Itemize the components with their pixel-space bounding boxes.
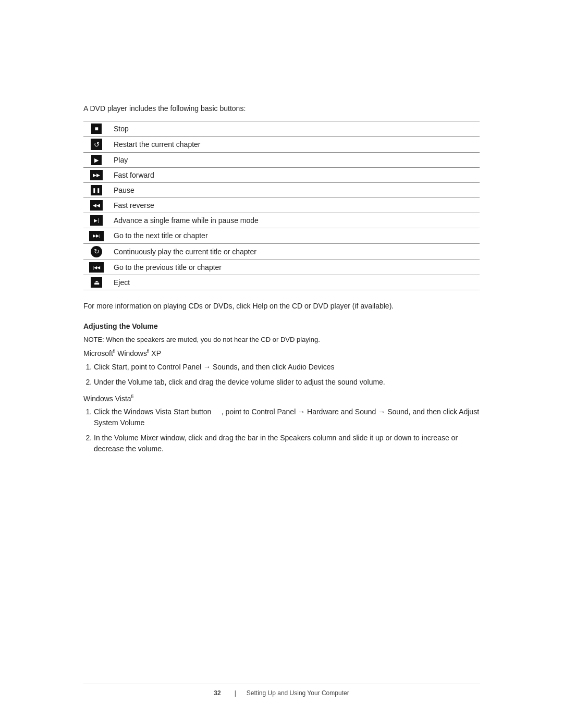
dvd-button-description: Pause: [109, 183, 480, 198]
dvd-button-icon: ▶: [83, 153, 109, 168]
table-row: ▶▶Fast forward: [83, 168, 480, 183]
table-row: ❚❚Pause: [83, 183, 480, 198]
dvd-button-description: Restart the current chapter: [109, 137, 480, 153]
table-row: ⏏Eject: [83, 275, 480, 290]
dvd-button-icon: ❚❚: [83, 183, 109, 198]
table-row: ↻Continuously play the current title or …: [83, 243, 480, 260]
dvd-button-description: Play: [109, 153, 480, 168]
intro-text: A DVD player includes the following basi…: [83, 104, 480, 113]
page-container: A DVD player includes the following basi…: [0, 0, 563, 728]
table-row: ■Stop: [83, 121, 480, 137]
page-number: 32: [214, 689, 221, 697]
dvd-button-icon: ▶▶: [83, 168, 109, 183]
dvd-button-icon: ↻: [83, 243, 109, 260]
dvd-button-description: Stop: [109, 121, 480, 137]
dvd-button-icon: ■: [83, 121, 109, 137]
dvd-button-icon: |◀◀: [83, 260, 109, 275]
note-block: NOTE: When the speakers are muted, you d…: [83, 336, 480, 343]
dvd-button-icon: ◀◀: [83, 198, 109, 213]
winvista-steps-list: Click the Windows Vista Start button , p…: [94, 406, 480, 454]
dvd-button-icon: ↺: [83, 137, 109, 153]
winxp-step-2: Under the Volume tab, click and drag the…: [94, 377, 480, 388]
winvista-step-1: Click the Windows Vista Start button , p…: [94, 406, 480, 428]
adjusting-volume-heading: Adjusting the Volume: [83, 322, 480, 330]
table-row: ▶|Advance a single frame while in pause …: [83, 213, 480, 228]
table-row: ↺Restart the current chapter: [83, 137, 480, 153]
winxp-title-text: Microsoftfi Windowsfi XP: [83, 349, 161, 357]
note-text: NOTE: When the speakers are muted, you d…: [83, 336, 320, 343]
dvd-button-icon: ▶▶|: [83, 228, 109, 244]
superscript-1: fi: [113, 349, 116, 354]
superscript-3: fi: [131, 394, 134, 399]
dvd-buttons-table: ■Stop↺Restart the current chapter▶Play▶▶…: [83, 121, 480, 290]
dvd-button-icon: ▶|: [83, 213, 109, 228]
table-row: ▶▶|Go to the next title or chapter: [83, 228, 480, 244]
dvd-button-description: Continuously play the current title or c…: [109, 243, 480, 260]
dvd-button-description: Eject: [109, 275, 480, 290]
winxp-title: Microsoftfi Windowsfi XP: [83, 349, 480, 357]
table-row: ▶Play: [83, 153, 480, 168]
superscript-2: fi: [147, 349, 150, 354]
dvd-button-description: Go to the next title or chapter: [109, 228, 480, 244]
dvd-button-icon: ⏏: [83, 275, 109, 290]
for-more-text: For more information on playing CDs or D…: [83, 301, 480, 312]
table-row: ◀◀Fast reverse: [83, 198, 480, 213]
winvista-step-2: In the Volume Mixer window, click and dr…: [94, 433, 480, 454]
dvd-button-description: Advance a single frame while in pause mo…: [109, 213, 480, 228]
page-footer: 32 | Setting Up and Using Your Computer: [83, 684, 480, 697]
winvista-title: Windows Vistafi: [83, 394, 480, 403]
winxp-steps-list: Click Start, point to Control Panel → So…: [94, 362, 480, 388]
dvd-button-description: Fast forward: [109, 168, 480, 183]
dvd-button-description: Fast reverse: [109, 198, 480, 213]
dvd-button-description: Go to the previous title or chapter: [109, 260, 480, 275]
footer-divider: |: [235, 689, 236, 697]
winxp-step-1: Click Start, point to Control Panel → So…: [94, 362, 480, 373]
footer-text: Setting Up and Using Your Computer: [247, 689, 349, 697]
table-row: |◀◀Go to the previous title or chapter: [83, 260, 480, 275]
